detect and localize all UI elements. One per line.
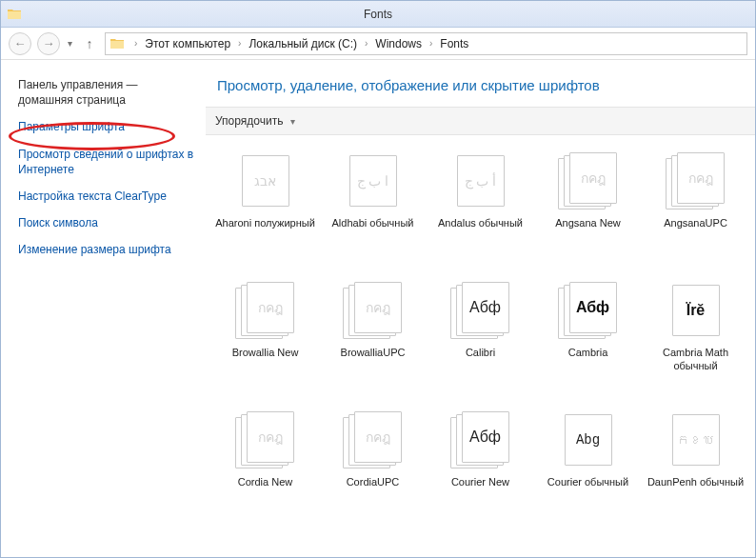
font-sample: Абф [469, 429, 501, 445]
content-area: Панель управления — домашняя страница Па… [1, 60, 755, 557]
font-icon: Їrĕ [666, 282, 726, 339]
font-icon: Абф [558, 282, 619, 339]
font-tile[interactable]: กคฎBrowallia New [213, 278, 317, 402]
font-label: Aldhabi обычный [332, 217, 414, 230]
font-label: Courier обычный [547, 476, 628, 489]
back-button[interactable]: ← [9, 32, 31, 55]
font-tile[interactable]: กคฎCordia New [213, 408, 317, 531]
font-tile[interactable]: កខឃDaunPenh обычный [644, 408, 747, 531]
sidebar: Панель управления — домашняя страница Па… [1, 60, 206, 557]
font-grid: אבגAharoni полужирныйا ب جAldhabi обычны… [206, 135, 755, 557]
font-label: Aharoni полужирный [215, 217, 315, 230]
font-icon: Абф [450, 282, 511, 339]
font-icon: กคฎ [666, 152, 726, 209]
font-tile[interactable]: กคฎBrowalliaUPC [321, 278, 425, 402]
font-tile[interactable]: ЇrĕCambria Math обычный [644, 278, 747, 402]
font-label: Andalus обычный [438, 217, 523, 230]
up-button[interactable]: ↑ [80, 34, 99, 53]
sidebar-link-cleartype[interactable]: Настройка текста ClearType [18, 189, 194, 204]
font-tile[interactable]: أ ب جAndalus обычный [428, 149, 532, 272]
font-icon: אבג [235, 152, 296, 209]
breadcrumb-item[interactable]: Fonts [438, 37, 470, 50]
explorer-window: Fonts ← → ▾ ↑ › Этот компьютер › Локальн… [0, 0, 756, 558]
address-bar[interactable]: › Этот компьютер › Локальный диск (C:) ›… [105, 32, 747, 55]
breadcrumb-item[interactable]: Этот компьютер [143, 37, 232, 50]
chevron-right-icon: › [361, 38, 371, 49]
font-label: Cambria Math обычный [646, 347, 746, 373]
font-icon: Абф [450, 411, 511, 468]
font-label: Cambria [568, 347, 608, 360]
folder-icon [109, 36, 125, 51]
font-icon: Abg [558, 411, 619, 468]
title-bar: Fonts [1, 1, 755, 28]
font-icon: ا ب ج [343, 152, 404, 209]
font-icon: أ ب ج [450, 152, 511, 209]
nav-bar: ← → ▾ ↑ › Этот компьютер › Локальный дис… [1, 28, 755, 60]
font-icon: กคฎ [343, 411, 404, 468]
font-tile[interactable]: กคฎAngsana New [536, 149, 640, 272]
font-tile[interactable]: กคฎCordiaUPC [321, 408, 425, 531]
font-sample: กคฎ [688, 171, 713, 185]
sidebar-link-font-info-online[interactable]: Просмотр сведений о шрифтах в Интернете [18, 147, 194, 177]
font-label: AngsanaUPC [664, 217, 727, 230]
font-icon: កខឃ [666, 411, 726, 468]
chevron-right-icon: › [234, 38, 245, 49]
font-label: Angsana New [555, 217, 621, 230]
sidebar-link-find-char[interactable]: Поиск символа [18, 215, 194, 230]
folder-icon [7, 7, 22, 22]
font-sample: กคฎ [258, 301, 283, 314]
chevron-down-icon[interactable]: ▾ [288, 116, 297, 127]
sidebar-link-change-size[interactable]: Изменение размера шрифта [18, 242, 194, 257]
chevron-right-icon: › [426, 38, 436, 49]
font-label: Calibri [466, 347, 495, 360]
font-tile[interactable]: AbgCourier обычный [536, 408, 640, 531]
font-tile[interactable]: АбфCambria [536, 278, 640, 402]
history-dropdown[interactable]: ▾ [66, 38, 74, 49]
chevron-right-icon: › [130, 38, 141, 49]
main-panel: Просмотр, удаление, отображение или скры… [206, 60, 755, 557]
font-icon: กคฎ [235, 411, 296, 468]
sidebar-link-control-panel[interactable]: Панель управления — домашняя страница [18, 77, 194, 108]
font-icon: กคฎ [235, 282, 296, 339]
font-sample: أ ب ج [465, 174, 497, 188]
font-sample: ا ب ج [357, 174, 389, 188]
font-sample: กคฎ [258, 430, 283, 444]
page-header: Просмотр, удаление, отображение или скры… [206, 60, 755, 107]
breadcrumb-item[interactable]: Локальный диск (C:) [247, 37, 359, 50]
font-sample: กคฎ [366, 430, 390, 444]
window-title: Fonts [364, 8, 392, 21]
font-label: Cordia New [238, 476, 292, 489]
command-bar: Упорядочить ▾ [206, 107, 755, 135]
font-sample: Abg [576, 433, 600, 447]
font-label: DaunPenh обычный [647, 476, 744, 489]
font-tile[interactable]: ا ب جAldhabi обычный [321, 149, 425, 272]
font-icon: กคฎ [558, 152, 619, 209]
breadcrumb-item[interactable]: Windows [373, 37, 424, 50]
font-tile[interactable]: АбфCalibri [428, 278, 532, 402]
font-sample: אבג [254, 174, 276, 188]
font-label: Courier New [451, 476, 509, 489]
font-sample: Абф [469, 300, 501, 315]
font-tile[interactable]: אבגAharoni полужирный [213, 149, 317, 272]
font-label: CordiaUPC [347, 476, 400, 489]
font-sample: กคฎ [581, 171, 606, 185]
font-sample: កខឃ [677, 433, 715, 447]
font-sample: Їrĕ [686, 303, 706, 318]
font-label: Browallia New [232, 347, 299, 360]
font-sample: กคฎ [366, 301, 390, 314]
font-label: BrowalliaUPC [341, 347, 406, 360]
forward-button[interactable]: → [37, 32, 60, 55]
font-sample: Абф [576, 300, 609, 315]
arrange-button[interactable]: Упорядочить [215, 114, 285, 128]
font-tile[interactable]: กคฎAngsanaUPC [644, 149, 747, 272]
sidebar-link-font-settings[interactable]: Параметры шрифта [18, 119, 194, 134]
font-tile[interactable]: АбфCourier New [428, 408, 532, 531]
font-icon: กคฎ [343, 282, 404, 339]
